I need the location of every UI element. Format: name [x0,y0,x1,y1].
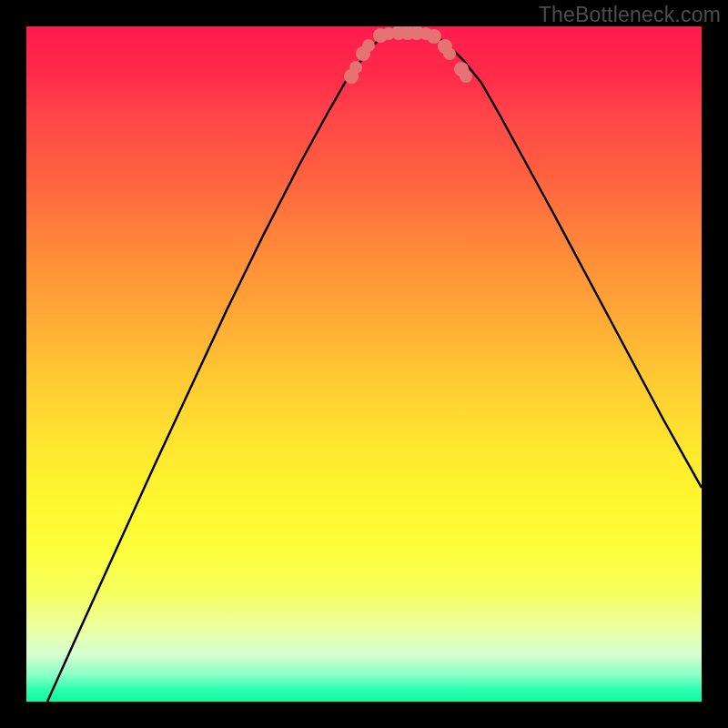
data-marker [443,47,456,60]
chart-curve [47,33,702,702]
chart-plot-area [26,26,702,702]
data-marker [349,61,362,74]
curve-left-curve [47,35,384,702]
curve-right-curve [430,34,702,488]
data-marker [427,29,441,44]
chart-svg [26,26,702,702]
chart-markers [344,26,472,84]
watermark-text: TheBottleneck.com [539,3,721,27]
data-marker [460,70,472,83]
data-marker [362,39,375,52]
chart-frame: TheBottleneck.com [0,0,728,728]
